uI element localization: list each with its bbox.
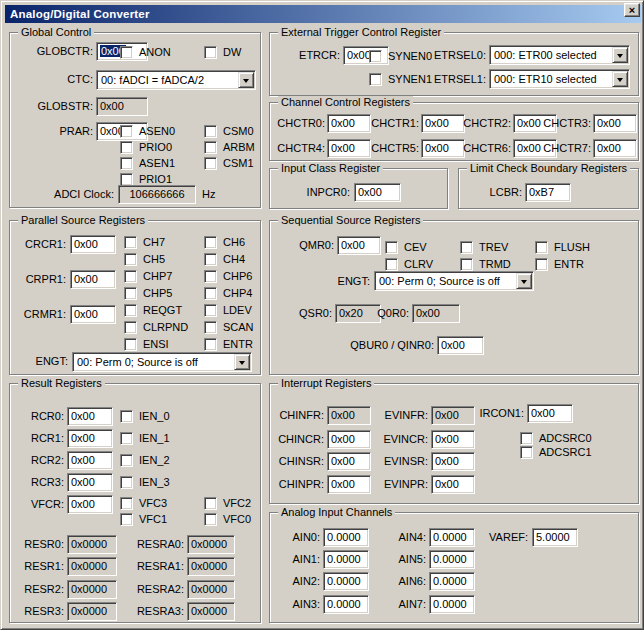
chctr4-field[interactable]: 0x00 xyxy=(327,139,371,158)
chinpr-field[interactable]: 0x00 xyxy=(327,475,371,494)
crpr1-field[interactable]: 0x00 xyxy=(70,270,116,289)
vfcr-field[interactable]: 0x00 xyxy=(67,495,113,514)
vfc3-checkbox[interactable]: VFC3 xyxy=(120,496,167,510)
etrsel1-dropdown-button[interactable] xyxy=(612,71,628,87)
sequential-engt-dropdown[interactable]: 00: Perm 0; Source is off xyxy=(374,271,534,291)
evincr-field[interactable]: 0x00 xyxy=(431,430,475,449)
adcsrc1-checkbox[interactable]: ADCSRC1 xyxy=(520,445,592,459)
chp7-checkbox[interactable]: CHP7 xyxy=(124,269,172,283)
chp6-checkbox[interactable]: CHP6 xyxy=(204,269,252,283)
etrsel0-dropdown-button[interactable] xyxy=(612,47,628,63)
chinsr-field[interactable]: 0x00 xyxy=(327,452,371,471)
engt-label: ENGT: xyxy=(20,352,68,371)
crcr1-field[interactable]: 0x00 xyxy=(70,235,116,254)
reqgt-checkbox[interactable]: REQGT xyxy=(124,303,182,317)
parallel-engt-dropdown-button[interactable] xyxy=(234,354,250,370)
ain4-field[interactable]: 0.0000 xyxy=(429,528,475,547)
adcsrc0-checkbox[interactable]: ADCSRC0 xyxy=(520,431,592,445)
asen0-checkbox[interactable]: ASEN0 xyxy=(120,124,175,138)
resr3-label: RESR3: xyxy=(20,602,64,621)
prio0-checkbox[interactable]: PRIO0 xyxy=(120,140,172,154)
clrpnd-checkbox[interactable]: CLRPND xyxy=(124,320,188,334)
ain7-field[interactable]: 0.0000 xyxy=(429,595,475,614)
asen1-checkbox[interactable]: ASEN1 xyxy=(120,156,175,170)
titlebar[interactable]: Analog/Digital Converter xyxy=(5,5,641,23)
ctc-dropdown-button[interactable] xyxy=(238,72,254,88)
chctr5-field[interactable]: 0x00 xyxy=(421,139,465,158)
trev-checkbox[interactable]: TREV xyxy=(460,240,508,254)
parallel-engt-dropdown[interactable]: 00: Perm 0; Source is off xyxy=(72,352,252,372)
ircon1-field[interactable]: 0x00 xyxy=(527,404,573,423)
etrsel1-dropdown[interactable]: 000: ETR10 selected xyxy=(489,69,630,89)
vfc2-checkbox[interactable]: VFC2 xyxy=(204,496,251,510)
scan-checkbox[interactable]: SCAN xyxy=(204,320,254,334)
ain1-field[interactable]: 0.0000 xyxy=(323,550,369,569)
arbm-checkbox[interactable]: ARBM xyxy=(204,140,255,154)
entr-label: ENTR xyxy=(554,258,584,271)
entr-checkbox-seq[interactable]: ENTR xyxy=(535,257,584,271)
sequential-engt-dropdown-button[interactable] xyxy=(516,273,532,289)
close-button[interactable]: × xyxy=(624,3,640,17)
csm0-checkbox[interactable]: CSM0 xyxy=(204,124,254,138)
ain0-field[interactable]: 0.0000 xyxy=(323,528,369,547)
ain3-field[interactable]: 0.0000 xyxy=(323,595,369,614)
anon-checkbox[interactable]: ANON xyxy=(120,45,171,59)
dw-checkbox[interactable]: DW xyxy=(204,45,241,59)
rcr1-field[interactable]: 0x00 xyxy=(67,429,113,448)
ien0-checkbox[interactable]: IEN_0 xyxy=(120,409,170,423)
ch7-checkbox[interactable]: CH7 xyxy=(124,235,165,249)
ensi-checkbox[interactable]: ENSI xyxy=(124,337,169,351)
group-sequential-source: Sequential Source Registers QMR0: 0x00 C… xyxy=(269,220,639,375)
ch6-checkbox[interactable]: CH6 xyxy=(204,235,245,249)
evinpr-field[interactable]: 0x00 xyxy=(431,475,475,494)
vfc1-checkbox[interactable]: VFC1 xyxy=(120,512,167,526)
rcr2-field[interactable]: 0x00 xyxy=(67,451,113,470)
ien2-checkbox[interactable]: IEN_2 xyxy=(120,453,170,467)
chp5-checkbox[interactable]: CHP5 xyxy=(124,286,172,300)
synen0-checkbox[interactable]: SYNEN0 xyxy=(369,49,432,63)
clrv-checkbox[interactable]: CLRV xyxy=(385,257,433,271)
ldev-checkbox[interactable]: LDEV xyxy=(204,303,252,317)
qbur0-qinr0-field[interactable]: 0x00 xyxy=(437,336,484,355)
ain5-field[interactable]: 0.0000 xyxy=(429,550,475,569)
ch5-checkbox[interactable]: CH5 xyxy=(124,252,165,266)
qmr0-field[interactable]: 0x00 xyxy=(337,236,381,255)
vfc0-checkbox[interactable]: VFC0 xyxy=(204,512,251,526)
ctc-dropdown[interactable]: 00: fADCI = fADCA/2 xyxy=(96,70,256,90)
flush-checkbox[interactable]: FLUSH xyxy=(535,240,590,254)
lcbr-field[interactable]: 0xB7 xyxy=(525,183,571,202)
chinsr-label: CHINSR: xyxy=(274,452,324,471)
group-parallel-source: Parallel Source Registers CRCR1: 0x00 CR… xyxy=(9,220,261,375)
trmd-checkbox[interactable]: TRMD xyxy=(460,257,511,271)
globctr-label: GLOBCTR: xyxy=(16,42,93,61)
varef-field[interactable]: 5.0000 xyxy=(532,528,578,547)
chp4-checkbox[interactable]: CHP4 xyxy=(204,286,252,300)
adci-clock-label: ADCI Clock: xyxy=(30,185,114,204)
evinsr-field[interactable]: 0x00 xyxy=(431,452,475,471)
chincr-field[interactable]: 0x00 xyxy=(327,430,371,449)
ch4-checkbox[interactable]: CH4 xyxy=(204,252,245,266)
checkbox-box xyxy=(204,157,217,170)
ain2-field[interactable]: 0.0000 xyxy=(323,572,369,591)
inpcr0-field[interactable]: 0x00 xyxy=(354,183,401,202)
etrsel0-dropdown[interactable]: 000: ETR00 selected xyxy=(489,45,630,65)
crmr1-field[interactable]: 0x00 xyxy=(70,305,116,324)
synen1-checkbox[interactable]: SYNEN1 xyxy=(369,72,432,86)
chctr1-field[interactable]: 0x00 xyxy=(421,114,465,133)
cev-checkbox[interactable]: CEV xyxy=(385,240,427,254)
chctr0-field[interactable]: 0x00 xyxy=(327,114,371,133)
checkbox-box xyxy=(204,141,217,154)
chctr7-field[interactable]: 0x00 xyxy=(593,139,637,158)
ien1-checkbox[interactable]: IEN_1 xyxy=(120,431,170,445)
chctr3-field[interactable]: 0x00 xyxy=(593,114,637,133)
rcr3-field[interactable]: 0x00 xyxy=(67,473,113,492)
ien3-checkbox[interactable]: IEN_3 xyxy=(120,475,170,489)
csm1-checkbox[interactable]: CSM1 xyxy=(204,156,254,170)
entr-checkbox[interactable]: ENTR xyxy=(204,337,253,351)
rcr0-field[interactable]: 0x00 xyxy=(67,407,113,426)
group-title: Result Registers xyxy=(18,377,105,390)
clrpnd-label: CLRPND xyxy=(143,321,188,334)
ain6-field[interactable]: 0.0000 xyxy=(429,572,475,591)
prio1-checkbox[interactable]: PRIO1 xyxy=(120,172,172,186)
chincr-label: CHINCR: xyxy=(274,430,324,449)
